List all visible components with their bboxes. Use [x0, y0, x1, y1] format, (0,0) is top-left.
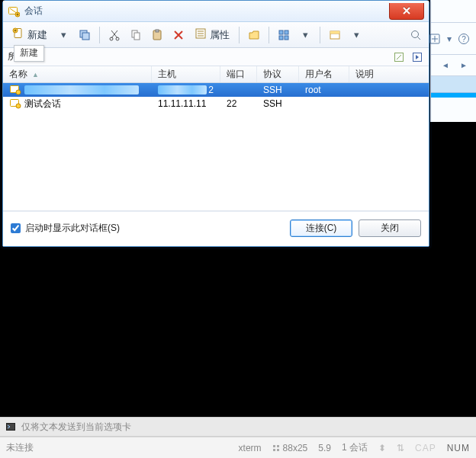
paste-button[interactable]	[147, 26, 167, 44]
tooltip-new: 新建	[14, 45, 44, 62]
svg-rect-22	[285, 30, 288, 34]
edit-path-icon[interactable]	[392, 50, 406, 64]
svg-rect-39	[273, 449, 275, 451]
svg-rect-36	[7, 424, 15, 431]
col-name[interactable]: 名称▲	[3, 66, 152, 82]
status-sessions: 1 会话	[342, 441, 368, 454]
tab-scroll-right-icon[interactable]: ►	[458, 59, 470, 72]
table-row[interactable]: 2 SSH root	[3, 83, 429, 97]
col-port[interactable]: 端口	[220, 66, 257, 82]
sessions-table: 名称▲ 主机 端口 协议 用户名 说明 2 SSH root	[3, 66, 429, 211]
dialog-title: 会话	[24, 5, 43, 18]
titlebar: 会话	[3, 1, 429, 22]
col-proto[interactable]: 协议	[257, 66, 299, 82]
save-all-button[interactable]	[75, 26, 95, 44]
svg-point-35	[16, 104, 21, 108]
svg-rect-10	[82, 33, 89, 40]
table-row[interactable]: 测试会话 11.11.11.11 22 SSH	[3, 97, 429, 110]
svg-rect-24	[285, 36, 288, 40]
session-row-icon	[9, 98, 21, 110]
status-size: 88x25	[272, 443, 308, 453]
svg-rect-23	[279, 36, 283, 40]
properties-icon	[195, 27, 207, 42]
list-view-dropdown[interactable]: ▾	[346, 26, 366, 44]
status-num1: 5.9	[318, 443, 331, 453]
copy-button[interactable]	[126, 26, 146, 44]
tab-scroll-left-icon[interactable]: ◄	[439, 59, 452, 72]
svg-rect-16	[156, 30, 159, 32]
properties-label: 属性	[210, 28, 230, 42]
new-button-label: 新建	[27, 28, 47, 42]
session-row-icon	[9, 84, 21, 96]
view-options-button[interactable]	[274, 26, 294, 44]
svg-point-28	[412, 30, 419, 37]
svg-point-33	[16, 90, 21, 94]
toolbar: 新建 ▾ 属性 ▾	[3, 22, 429, 48]
startup-checkbox-input[interactable]	[11, 223, 21, 233]
startup-checkbox[interactable]: 启动时显示此对话框(S)	[11, 222, 120, 235]
list-view-button[interactable]	[325, 26, 345, 44]
col-user[interactable]: 用户名	[299, 66, 349, 82]
search-icon[interactable]	[407, 27, 424, 43]
status-num: NUM	[447, 443, 470, 453]
session-icon	[8, 5, 20, 18]
parent-toolbar-icon[interactable]	[429, 33, 441, 45]
svg-rect-21	[279, 30, 283, 34]
send-bar-icon[interactable]	[5, 421, 17, 433]
status-bar: 未连接 xterm 88x25 5.9 1 会话 ⬍ ⇅ CAP NUM	[0, 437, 476, 458]
svg-rect-27	[330, 31, 339, 34]
svg-line-29	[418, 37, 421, 40]
status-transfer-icon: ⇅	[397, 443, 404, 453]
svg-text:?: ?	[462, 35, 466, 43]
folder-button[interactable]	[244, 26, 264, 44]
new-button[interactable]: 新建	[8, 26, 52, 44]
status-updown-icon: ⬍	[378, 443, 386, 453]
properties-button[interactable]: 属性	[190, 26, 234, 44]
col-desc[interactable]: 说明	[349, 66, 429, 82]
sort-asc-icon: ▲	[32, 71, 39, 78]
sessions-dialog: 会话 新建 ▾	[2, 0, 429, 247]
send-bar-text: 仅将文本发送到当前选项卡	[21, 421, 131, 434]
redacted-host	[158, 85, 207, 94]
svg-rect-14	[134, 33, 140, 40]
status-connection: 未连接	[6, 441, 34, 454]
status-cap: CAP	[415, 443, 436, 453]
svg-rect-37	[273, 445, 275, 447]
connect-button[interactable]: 连接(C)	[290, 219, 352, 237]
tree-bar: 所有会话	[3, 48, 429, 66]
window-close-button[interactable]	[389, 3, 424, 20]
send-text-bar: 仅将文本发送到当前选项卡	[0, 417, 476, 437]
cut-button[interactable]	[105, 26, 124, 44]
help-icon[interactable]: ?	[458, 33, 470, 45]
close-button[interactable]: 关闭	[359, 219, 421, 237]
svg-rect-38	[277, 445, 279, 447]
dialog-bottom: 启动时显示此对话框(S) 连接(C) 关闭	[3, 211, 429, 246]
go-icon[interactable]	[410, 50, 424, 64]
svg-rect-40	[277, 449, 279, 451]
status-term: xterm	[239, 443, 262, 453]
new-file-icon	[12, 27, 24, 42]
redacted-name	[24, 85, 139, 94]
parent-toolbar-dropdown-caret[interactable]: ▾	[447, 34, 452, 44]
view-options-dropdown[interactable]: ▾	[295, 26, 315, 44]
new-dropdown[interactable]: ▾	[53, 26, 73, 44]
col-host[interactable]: 主机	[152, 66, 220, 82]
delete-button[interactable]	[169, 26, 188, 44]
